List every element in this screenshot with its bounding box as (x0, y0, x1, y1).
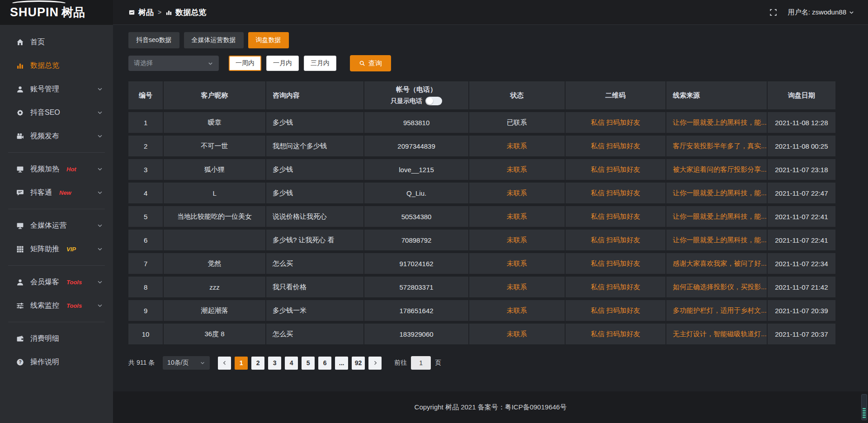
cell-nickname (164, 230, 266, 250)
lead-source-link[interactable]: 被大家追着问的客厅投影分享... (673, 165, 767, 173)
page-button-5[interactable]: 5 (302, 357, 315, 370)
private-message-link[interactable]: 私信 (591, 306, 604, 314)
period-button-三月内[interactable]: 三月内 (304, 56, 336, 71)
gear-icon (16, 109, 24, 117)
lead-source-link[interactable]: 多功能护栏灯，适用于乡村文... (673, 306, 767, 314)
scan-add-friend-link[interactable]: 扫码加好友 (606, 142, 640, 150)
lead-source-link[interactable]: 感谢大家喜欢我家，被问了好... (673, 259, 767, 267)
lead-source-link[interactable]: 让你一眼就爱上的黑科技，能... (673, 236, 767, 244)
lead-source-link[interactable]: 让你一眼就爱上的黑科技，能... (673, 118, 767, 126)
sidebar-item-线索监控[interactable]: 线索监控 Tools (0, 294, 113, 317)
scan-add-friend-link[interactable]: 扫码加好友 (606, 212, 640, 220)
cell-source: 感谢大家喜欢我家，被问了好... (666, 253, 768, 274)
cell-qrcode: 私信 扫码加好友 (566, 159, 667, 180)
tab-询盘数据[interactable]: 询盘数据 (248, 32, 289, 48)
cell-date: 2021-11-07 23:18 (768, 159, 835, 180)
cell-date: 2021-11-08 12:28 (768, 112, 835, 133)
breadcrumb-item-current[interactable]: 数据总览 (165, 7, 206, 18)
chevron-down-icon (97, 109, 103, 116)
more-pages-button[interactable]: ... (335, 357, 348, 370)
private-message-link[interactable]: 私信 (591, 236, 604, 244)
phone-only-toggle[interactable] (425, 97, 442, 105)
cell-content: 多少钱 (266, 159, 364, 180)
lead-source-link[interactable]: 如何正确选择投影仪，买投影... (673, 283, 767, 291)
cell-source: 客厅安装投影半年多了，真实... (666, 136, 768, 156)
sidebar-item-账号管理[interactable]: 账号管理 (0, 77, 113, 101)
chevron-down-icon (97, 133, 103, 139)
private-message-link[interactable]: 私信 (591, 283, 604, 291)
cell-date: 2021-11-07 21:42 (768, 277, 835, 297)
scan-add-friend-link[interactable]: 扫码加好友 (606, 283, 640, 291)
page-button-3[interactable]: 3 (268, 357, 281, 370)
corner-widget[interactable] (861, 394, 867, 420)
cell-no: 3 (128, 159, 164, 180)
sidebar-item-视频发布[interactable]: 视频发布 (0, 124, 113, 148)
private-message-link[interactable]: 私信 (591, 330, 604, 338)
private-message-link[interactable]: 私信 (591, 165, 604, 173)
cell-account: 2097344839 (364, 136, 469, 156)
page-button-6[interactable]: 6 (318, 357, 331, 370)
account-select[interactable]: 请选择 (128, 56, 219, 71)
query-button[interactable]: 查询 (350, 55, 391, 71)
period-button-一月内[interactable]: 一月内 (266, 56, 299, 71)
private-message-link[interactable]: 私信 (591, 259, 604, 267)
page-button-2[interactable]: 2 (251, 357, 264, 370)
app-logo[interactable]: SHUPIN 树品 (0, 0, 113, 25)
scan-add-friend-link[interactable]: 扫码加好友 (606, 330, 640, 338)
period-button-一周内[interactable]: 一周内 (229, 56, 261, 71)
sidebar-item-消费明细[interactable]: 消费明细 (0, 327, 113, 350)
sidebar-divider (8, 209, 105, 209)
cell-date: 2021-11-07 20:37 (768, 324, 835, 344)
fullscreen-icon[interactable] (769, 9, 777, 16)
scan-add-friend-link[interactable]: 扫码加好友 (606, 259, 640, 267)
cell-date: 2021-11-07 22:34 (768, 253, 835, 274)
cell-qrcode: 私信 扫码加好友 (566, 277, 667, 297)
user-menu[interactable]: 用户名: zswodun88 (788, 8, 854, 17)
lead-source-link[interactable]: 客厅安装投影半年多了，真实... (673, 142, 767, 150)
page-size-select[interactable]: 10条/页 (163, 356, 210, 370)
page-button-1[interactable]: 1 (235, 357, 248, 370)
cell-qrcode: 私信 扫码加好友 (566, 183, 667, 203)
sidebar-item-数据总览[interactable]: 数据总览 (0, 54, 113, 77)
sidebar-item-抖客通[interactable]: 抖客通 New (0, 181, 113, 204)
cell-status: 未联系 (469, 253, 566, 274)
sidebar-item-操作说明[interactable]: ? 操作说明 (0, 350, 113, 374)
scan-add-friend-link[interactable]: 扫码加好友 (606, 165, 640, 173)
cell-source: 如何正确选择投影仪，买投影... (666, 277, 768, 297)
table-row: 2 不可一世 我想问这个多少钱 2097344839 未联系 私信 扫码加好友 … (128, 136, 835, 156)
page-button-4[interactable]: 4 (285, 357, 298, 370)
search-icon (359, 60, 365, 66)
scan-add-friend-link[interactable]: 扫码加好友 (606, 236, 640, 244)
scan-add-friend-link[interactable]: 扫码加好友 (606, 306, 640, 314)
header-account: 帐号（电话） 只显示电话 (364, 81, 469, 109)
breadcrumb-item-home[interactable]: 树品 (128, 7, 154, 18)
sidebar-item-矩阵助推[interactable]: 矩阵助推 VIP (0, 237, 113, 261)
cell-account: 9583810 (364, 112, 469, 133)
private-message-link[interactable]: 私信 (591, 142, 604, 150)
prev-page-button[interactable] (218, 357, 231, 370)
lead-source-link[interactable]: 让你一眼就爱上的黑科技，能... (673, 189, 767, 197)
lead-source-link[interactable]: 让你一眼就爱上的黑科技，能... (673, 212, 767, 220)
cell-no: 5 (128, 206, 164, 227)
page-button-92[interactable]: 92 (352, 357, 365, 370)
private-message-link[interactable]: 私信 (591, 212, 604, 220)
tab-全媒体运营数据[interactable]: 全媒体运营数据 (184, 32, 244, 48)
next-page-button[interactable] (368, 357, 382, 370)
sidebar-item-会员爆客[interactable]: 会员爆客 Tools (0, 270, 113, 294)
bar-chart-icon (165, 9, 172, 16)
cell-status: 未联系 (469, 277, 566, 297)
scan-add-friend-link[interactable]: 扫码加好友 (606, 118, 640, 126)
sidebar-item-抖音SEO[interactable]: 抖音SEO (0, 101, 113, 124)
goto-page-input[interactable] (411, 356, 431, 370)
sidebar-item-视频加热[interactable]: 视频加热 Hot (0, 157, 113, 181)
sidebar-item-首页[interactable]: 首页 (0, 30, 113, 54)
scan-add-friend-link[interactable]: 扫码加好友 (606, 189, 640, 197)
private-message-link[interactable]: 私信 (591, 189, 604, 197)
sidebar-item-全媒体运营[interactable]: 全媒体运营 (0, 214, 113, 237)
inquiry-table: 编号 客户昵称 咨询内容 帐号（电话） 只显示电话 状态 (128, 79, 835, 347)
table-row: 9 潮起潮落 多少钱一米 178651642 未联系 私信 扫码加好友 多功能护… (128, 300, 835, 321)
cell-content: 我只看价格 (266, 277, 364, 297)
private-message-link[interactable]: 私信 (591, 118, 604, 126)
lead-source-link[interactable]: 无主灯设计，智能磁吸轨道灯... (673, 330, 767, 338)
tab-抖音seo数据[interactable]: 抖音seo数据 (128, 32, 179, 48)
